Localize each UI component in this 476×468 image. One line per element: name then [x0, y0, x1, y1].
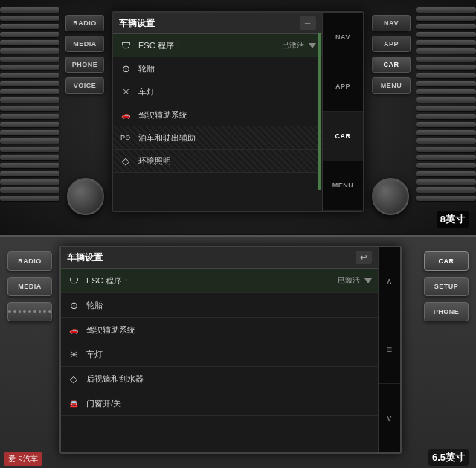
assist-label-bottom: 驾驶辅助系统	[86, 324, 135, 336]
menu-item-esc-top[interactable]: 🛡 ESC 程序： 已激活	[113, 34, 322, 57]
bottom-panel: RADIO MEDIA CAR SETUP PHONE 车辆设置 ↩ 🛡	[0, 235, 476, 468]
lights-icon-top: ✳	[119, 85, 132, 98]
door-icon-bottom: 🚘	[67, 397, 80, 410]
nav-button-top[interactable]: NAV	[372, 15, 411, 31]
screen-top: 车辆设置 ← 🛡 ESC 程序： 已激活 ⊙	[112, 11, 364, 212]
assist-icon-top: 🚗	[119, 108, 132, 121]
menu-item-assist-top[interactable]: 🚗 驾驶辅助系统	[113, 103, 322, 126]
menu-button-top[interactable]: MENU	[372, 77, 411, 94]
app-button-top[interactable]: APP	[372, 36, 411, 52]
menu-item-mirror-bottom[interactable]: ◇ 后视镜和刮水器	[61, 367, 378, 391]
menu-list-top: 🛡 ESC 程序： 已激活 ⊙ 轮胎 ✳	[113, 34, 322, 211]
menu-ctrl-btn[interactable]: ≡	[379, 315, 400, 384]
screen-sidebar-top: NAV APP CAR MENU	[322, 13, 363, 211]
env-icon-top: ◇	[119, 154, 132, 167]
panel-divider	[0, 234, 476, 235]
mirror-label-bottom: 后视镜和刮水器	[86, 374, 144, 385]
screen-main-top: 车辆设置 ← 🛡 ESC 程序： 已激活 ⊙	[113, 13, 322, 211]
screen-header-top: 车辆设置 ←	[113, 13, 322, 34]
menu-item-parking-top[interactable]: P⊙ 泊车和驶出辅助	[113, 126, 322, 150]
menu-item-lights-bottom[interactable]: ✳ 车灯	[61, 342, 378, 367]
screen-title-bottom: 车辆设置	[67, 251, 103, 264]
esc-value-bottom: 已激活	[338, 275, 372, 286]
phone-button-bottom[interactable]: PHONE	[424, 302, 469, 321]
screen-title-top: 车辆设置	[119, 17, 155, 30]
left-vent-top	[0, 7, 63, 205]
top-panel: RADIO MEDIA PHONE VOICE NAV APP CAR MENU…	[0, 0, 476, 234]
screen-main-bottom: 车辆设置 ↩ 🛡 ESC 程序： 已激活 ⊙	[61, 247, 378, 452]
phone-button-top[interactable]: PHONE	[65, 57, 104, 73]
left-button-group-top: RADIO MEDIA PHONE VOICE	[65, 15, 104, 94]
lights-label-bottom: 车灯	[86, 349, 103, 360]
radio-button-top[interactable]: RADIO	[65, 15, 104, 31]
back-button-top[interactable]: ←	[300, 16, 316, 30]
right-vent-top	[413, 7, 476, 205]
tires-icon-top: ⊙	[119, 62, 132, 75]
parking-label-top: 泊车和驶出辅助	[138, 132, 196, 144]
esc-dropdown-arrow	[309, 43, 316, 48]
media-button-bottom[interactable]: MEDIA	[7, 277, 52, 296]
menu-item-esc-bottom[interactable]: 🛡 ESC 程序： 已激活	[61, 269, 378, 293]
mirror-icon-bottom: ◇	[67, 372, 80, 385]
right-button-group-bottom: CAR SETUP PHONE	[424, 251, 469, 321]
right-button-group-top: NAV APP CAR MENU	[372, 15, 411, 94]
car-button-top[interactable]: CAR	[372, 57, 411, 73]
screen-bottom: 车辆设置 ↩ 🛡 ESC 程序： 已激活 ⊙	[60, 246, 402, 454]
menu-item-env-top[interactable]: ◇ 环境照明	[113, 150, 322, 173]
scroll-up-btn[interactable]: ∧	[379, 247, 400, 315]
menu-item-assist-bottom[interactable]: 🚗 驾驶辅助系统	[61, 318, 378, 342]
esc-icon-top: 🛡	[119, 39, 132, 52]
assist-icon-bottom: 🚗	[67, 323, 80, 336]
setup-button-bottom[interactable]: SETUP	[424, 277, 469, 296]
esc-dropdown-arrow-bottom	[364, 278, 372, 283]
radio-button-bottom[interactable]: RADIO	[7, 251, 52, 271]
size-label-top: 8英寸	[437, 211, 469, 228]
knob-right-top[interactable]	[372, 178, 409, 215]
door-label-bottom: 门窗开/关	[86, 398, 121, 409]
menu-sidebar-btn[interactable]: MENU	[323, 161, 363, 211]
menu-item-tires-bottom[interactable]: ⊙ 轮胎	[61, 293, 378, 318]
esc-label-top: ESC 程序：	[138, 40, 182, 51]
menu-item-lights-top[interactable]: ✳ 车灯	[113, 80, 322, 103]
env-label-top: 环境照明	[138, 156, 171, 167]
car-button-bottom[interactable]: CAR	[424, 251, 469, 271]
tires-icon-bottom: ⊙	[67, 298, 80, 312]
scroll-down-btn[interactable]: ∨	[379, 384, 400, 452]
parking-icon-top: P⊙	[119, 131, 132, 144]
app-sidebar-btn[interactable]: APP	[323, 62, 363, 112]
lights-label-top: 车灯	[138, 86, 155, 97]
green-indicator-bar	[318, 33, 321, 190]
esc-label-bottom: ESC 程序：	[86, 275, 130, 286]
media-button-top[interactable]: MEDIA	[65, 36, 104, 52]
esc-value-top: 已激活	[282, 40, 316, 51]
nav-sidebar-btn[interactable]: NAV	[323, 13, 363, 62]
tires-label-bottom: 轮胎	[86, 300, 103, 311]
back-button-bottom[interactable]: ↩	[356, 251, 372, 264]
screen-sidebar-bottom: ∧ ≡ ∨	[378, 247, 400, 452]
dot-button-bottom[interactable]	[7, 302, 52, 321]
assist-label-top: 驾驶辅助系统	[138, 109, 187, 121]
lights-icon-bottom: ✳	[67, 347, 80, 361]
watermark: 爱卡汽车	[4, 452, 42, 466]
knob-left-top[interactable]	[67, 178, 104, 215]
menu-item-door-bottom[interactable]: 🚘 门窗开/关	[61, 391, 378, 416]
menu-item-tires-top[interactable]: ⊙ 轮胎	[113, 57, 322, 80]
car-sidebar-btn[interactable]: CAR	[323, 112, 363, 161]
menu-list-bottom: 🛡 ESC 程序： 已激活 ⊙ 轮胎 🚗	[61, 269, 378, 452]
tires-label-top: 轮胎	[138, 63, 155, 74]
esc-icon-bottom: 🛡	[67, 274, 80, 287]
size-label-bottom: 6.5英寸	[428, 449, 469, 466]
screen-header-bottom: 车辆设置 ↩	[61, 247, 378, 269]
left-button-group-bottom: RADIO MEDIA	[7, 251, 52, 321]
voice-button-top[interactable]: VOICE	[65, 77, 104, 94]
